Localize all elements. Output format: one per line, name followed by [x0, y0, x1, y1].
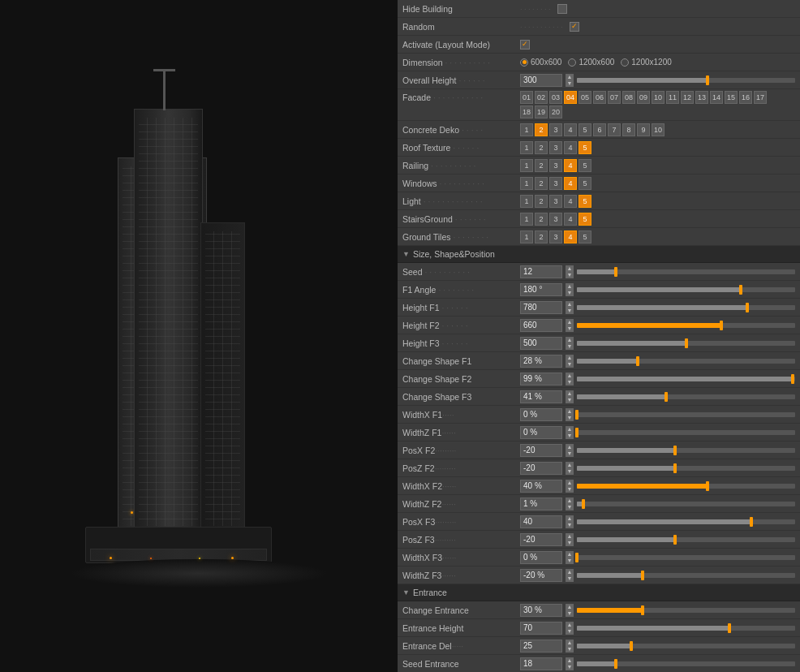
- entrance-section-header[interactable]: ▼ Entrance: [398, 584, 800, 601]
- change-shape-f3-down[interactable]: ▼: [566, 397, 574, 403]
- concrete-10[interactable]: 10: [652, 123, 665, 136]
- posx-f2-value[interactable]: -20: [520, 444, 562, 457]
- dimension-option-2[interactable]: 1200x600: [568, 58, 614, 67]
- tiles-2[interactable]: 2: [535, 230, 548, 243]
- widthz-f3-slider[interactable]: [577, 573, 795, 578]
- roof-5[interactable]: 5: [578, 141, 591, 154]
- seed-entrance-value[interactable]: 18: [520, 657, 562, 670]
- concrete-4[interactable]: 4: [564, 123, 577, 136]
- posx-f3-value[interactable]: 40: [520, 515, 562, 528]
- facade-02[interactable]: 02: [535, 91, 548, 104]
- activate-checkbox[interactable]: [520, 40, 530, 50]
- overall-height-slider[interactable]: [577, 78, 795, 83]
- widthz-f2-down[interactable]: ▼: [566, 504, 574, 510]
- seed-down[interactable]: ▼: [566, 272, 574, 278]
- facade-17[interactable]: 17: [754, 91, 767, 104]
- widthx-f3-up[interactable]: ▲: [566, 551, 574, 558]
- overall-height-up[interactable]: ▲: [566, 74, 574, 80]
- facade-14[interactable]: 14: [710, 91, 723, 104]
- widthx-f2-slider[interactable]: [577, 484, 795, 489]
- f1-angle-slider[interactable]: [577, 287, 795, 292]
- height-f1-slider[interactable]: [577, 305, 795, 310]
- change-shape-f1-up[interactable]: ▲: [566, 355, 574, 361]
- widthx-f2-value[interactable]: 40 %: [520, 480, 562, 493]
- tiles-5[interactable]: 5: [578, 230, 591, 243]
- facade-06[interactable]: 06: [593, 91, 606, 104]
- facade-07[interactable]: 07: [608, 91, 621, 104]
- railing-1[interactable]: 1: [520, 159, 533, 172]
- railing-5[interactable]: 5: [578, 159, 591, 172]
- facade-15[interactable]: 15: [725, 91, 738, 104]
- roof-1[interactable]: 1: [520, 141, 533, 154]
- change-shape-f2-up[interactable]: ▲: [566, 373, 574, 379]
- shape-section-header[interactable]: ▼ Size, Shape&Position: [398, 246, 800, 263]
- windows-2[interactable]: 2: [535, 177, 548, 190]
- height-f2-up[interactable]: ▲: [566, 319, 574, 325]
- posx-f3-down[interactable]: ▼: [566, 522, 574, 528]
- change-entrance-down[interactable]: ▼: [566, 610, 574, 617]
- windows-3[interactable]: 3: [549, 177, 562, 190]
- height-f1-up[interactable]: ▲: [566, 301, 574, 308]
- tiles-3[interactable]: 3: [549, 230, 562, 243]
- facade-10[interactable]: 10: [652, 91, 665, 104]
- change-shape-f1-down[interactable]: ▼: [566, 361, 574, 368]
- dimension-radio-2[interactable]: [568, 58, 576, 67]
- change-shape-f3-up[interactable]: ▲: [566, 390, 574, 397]
- height-f2-slider[interactable]: [577, 323, 795, 328]
- widthx-f3-slider[interactable]: [577, 555, 795, 560]
- f1-angle-down[interactable]: ▼: [566, 290, 574, 296]
- entrance-height-down[interactable]: ▼: [566, 628, 574, 635]
- dimension-option-3[interactable]: 1200x1200: [621, 58, 672, 67]
- change-shape-f1-slider[interactable]: [577, 359, 795, 364]
- height-f3-up[interactable]: ▲: [566, 337, 574, 343]
- roof-4[interactable]: 4: [564, 141, 577, 154]
- railing-4[interactable]: 4: [564, 159, 577, 172]
- random-checkbox[interactable]: [570, 22, 579, 32]
- change-shape-f1-value[interactable]: 28 %: [520, 355, 562, 368]
- entrance-height-slider[interactable]: [577, 626, 795, 631]
- facade-12[interactable]: 12: [681, 91, 694, 104]
- change-entrance-slider[interactable]: [577, 608, 795, 613]
- posx-f2-up[interactable]: ▲: [566, 444, 574, 450]
- seed-entrance-down[interactable]: ▼: [566, 664, 574, 670]
- posz-f3-slider[interactable]: [577, 537, 795, 542]
- entrance-height-value[interactable]: 70: [520, 622, 562, 635]
- entrance-height-up[interactable]: ▲: [566, 622, 574, 628]
- windows-5[interactable]: 5: [578, 177, 591, 190]
- widthx-f1-slider[interactable]: [577, 412, 795, 417]
- posz-f2-slider[interactable]: [577, 466, 795, 471]
- f1-angle-value[interactable]: 180 °: [520, 283, 562, 296]
- widthz-f1-value[interactable]: 0 %: [520, 426, 562, 439]
- posx-f2-slider[interactable]: [577, 448, 795, 453]
- posz-f2-value[interactable]: -20: [520, 462, 562, 475]
- facade-18[interactable]: 18: [520, 106, 533, 118]
- facade-13[interactable]: 13: [695, 91, 708, 104]
- concrete-2[interactable]: 2: [535, 123, 548, 136]
- facade-01[interactable]: 01: [520, 91, 533, 104]
- concrete-6[interactable]: 6: [593, 123, 606, 136]
- facade-20[interactable]: 20: [549, 106, 562, 118]
- facade-04[interactable]: 04: [564, 91, 577, 104]
- light-2[interactable]: 2: [535, 195, 548, 208]
- widthx-f3-value[interactable]: 0 %: [520, 551, 562, 564]
- height-f2-value[interactable]: 660: [520, 319, 562, 332]
- height-f3-value[interactable]: 500: [520, 337, 562, 350]
- concrete-3[interactable]: 3: [549, 123, 562, 136]
- stairs-5[interactable]: 5: [578, 213, 591, 226]
- widthx-f1-up[interactable]: ▲: [566, 408, 574, 415]
- hide-building-checkbox[interactable]: [557, 4, 567, 14]
- posz-f3-value[interactable]: -20: [520, 533, 562, 546]
- widthz-f1-slider[interactable]: [577, 430, 795, 435]
- widthz-f2-slider[interactable]: [577, 502, 795, 506]
- posz-f2-down[interactable]: ▼: [566, 468, 574, 475]
- stairs-2[interactable]: 2: [535, 213, 548, 226]
- stairs-3[interactable]: 3: [549, 213, 562, 226]
- railing-3[interactable]: 3: [549, 159, 562, 172]
- posx-f3-slider[interactable]: [577, 519, 795, 524]
- posz-f2-up[interactable]: ▲: [566, 462, 574, 468]
- facade-03[interactable]: 03: [549, 91, 562, 104]
- concrete-1[interactable]: 1: [520, 123, 533, 136]
- change-shape-f3-slider[interactable]: [577, 394, 795, 399]
- light-5[interactable]: 5: [578, 195, 591, 208]
- change-shape-f2-slider[interactable]: [577, 377, 795, 381]
